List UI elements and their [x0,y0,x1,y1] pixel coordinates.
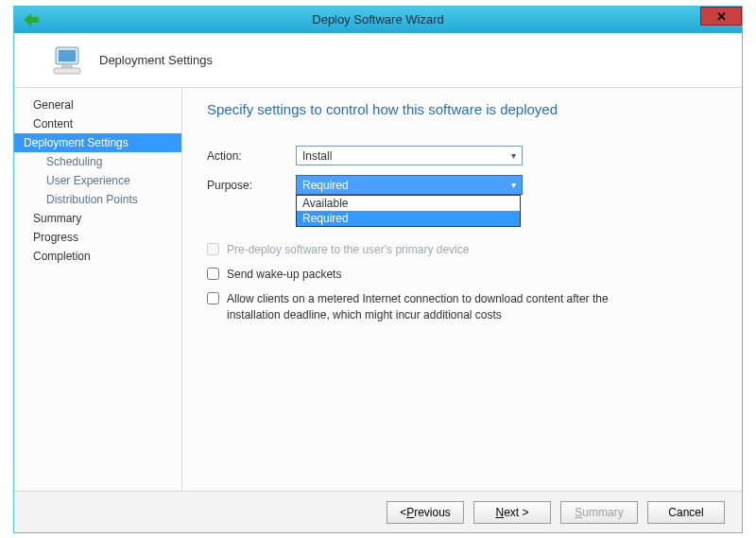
titlebar[interactable]: Deploy Software Wizard ✕ [14,7,742,33]
purpose-row: Purpose: Required ▾ AvailableRequired [207,175,713,195]
chevron-down-icon: ▾ [511,180,516,190]
sidebar-item-completion[interactable]: Completion [14,247,181,266]
action-row: Action: Install ▾ [207,146,713,165]
wizard-window: Deploy Software Wizard ✕ Deployment Sett… [13,6,743,533]
purpose-option-available[interactable]: Available [297,196,520,211]
svg-marker-0 [24,13,39,26]
wizard-content: Specify settings to control how this sof… [182,88,742,491]
previous-button[interactable]: < Previous [387,501,464,524]
wizard-body: GeneralContentDeployment SettingsSchedul… [14,88,742,491]
sidebar-item-general[interactable]: General [14,95,181,114]
sidebar-item-progress[interactable]: Progress [14,228,181,247]
sidebar-item-content[interactable]: Content [14,114,181,133]
svg-rect-3 [61,64,73,68]
svg-rect-2 [59,50,76,61]
action-label: Action: [207,149,296,163]
sidebar-item-user-experience[interactable]: User Experience [14,171,181,190]
wizard-header: Deployment Settings [14,33,742,88]
cancel-button[interactable]: Cancel [647,501,725,524]
back-arrow-icon[interactable] [24,12,39,27]
window-title: Deploy Software Wizard [312,12,443,26]
summary-button: Summary [560,501,638,524]
sidebar-item-distribution-points[interactable]: Distribution Points [14,190,181,209]
purpose-dropdown[interactable]: AvailableRequired [296,195,521,227]
wizard-sidebar: GeneralContentDeployment SettingsSchedul… [14,88,182,491]
purpose-option-required[interactable]: Required [297,211,520,226]
wakeup-checkbox[interactable] [207,268,219,280]
predeploy-checkbox [207,243,219,255]
page-title: Deployment Settings [99,53,213,67]
close-button[interactable]: ✕ [700,7,742,26]
purpose-combobox[interactable]: Required ▾ [296,175,523,195]
computer-icon [50,42,88,79]
sidebar-item-summary[interactable]: Summary [14,209,181,228]
wakeup-checkbox-row: Send wake-up packets [207,267,642,282]
svg-rect-4 [54,68,80,74]
wizard-footer: < Previous Next > Summary Cancel [14,491,742,532]
predeploy-label: Pre-deploy software to the user's primar… [227,242,469,257]
purpose-label: Purpose: [207,179,296,192]
action-combobox[interactable]: Install ▾ [296,146,523,165]
action-value: Install [302,149,332,163]
metered-checkbox-row: Allow clients on a metered Internet conn… [207,291,642,321]
metered-checkbox[interactable] [207,292,219,304]
metered-label: Allow clients on a metered Internet conn… [227,291,642,321]
predeploy-checkbox-row: Pre-deploy software to the user's primar… [207,242,642,257]
chevron-down-icon: ▾ [511,150,516,161]
sidebar-item-deployment-settings[interactable]: Deployment Settings [14,133,181,152]
wakeup-label: Send wake-up packets [227,267,341,282]
purpose-value: Required [302,179,349,192]
content-heading: Specify settings to control how this sof… [207,101,713,117]
next-button[interactable]: Next > [473,501,551,524]
sidebar-item-scheduling[interactable]: Scheduling [14,152,181,171]
